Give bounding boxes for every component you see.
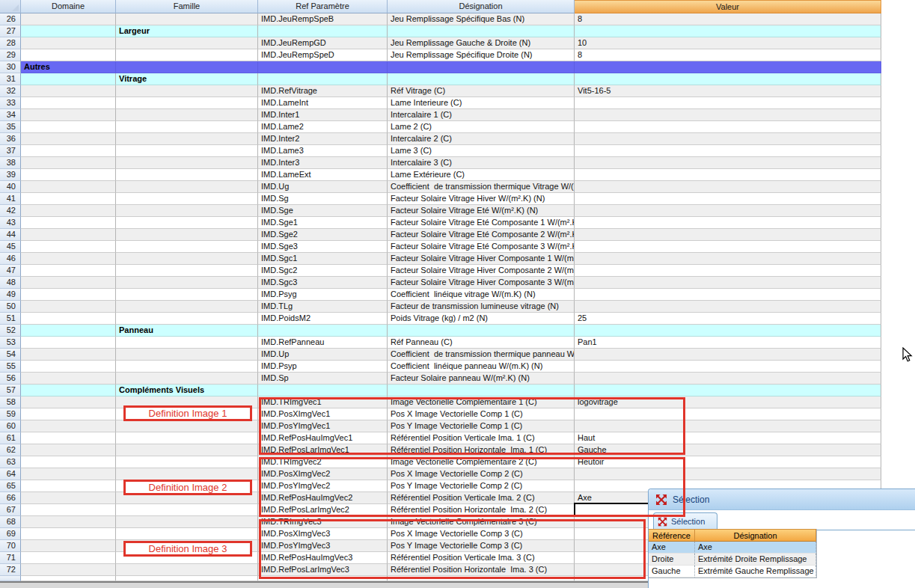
cell-des[interactable]: Jeu Remplissage Spécifique Bas (N) [388, 13, 575, 25]
cell-ref[interactable]: IMD.Sge3 [258, 241, 388, 253]
cell-des[interactable] [388, 325, 575, 337]
row-number[interactable]: 40 [0, 181, 21, 193]
cell-ref[interactable]: IMD.Ug [258, 181, 388, 193]
cell-famille[interactable] [116, 277, 258, 289]
cell-val[interactable] [575, 349, 881, 361]
cell-domaine[interactable] [21, 468, 116, 480]
row-number[interactable]: 54 [0, 349, 21, 361]
row-number[interactable]: 58 [0, 396, 21, 408]
cell-famille[interactable] [116, 444, 258, 456]
cell-domaine[interactable] [21, 97, 116, 109]
cell-val[interactable] [575, 373, 881, 385]
cell-domaine[interactable] [21, 552, 116, 564]
row-number[interactable]: 31 [0, 73, 21, 85]
row-number[interactable]: 69 [0, 528, 21, 540]
cell-ref[interactable] [258, 25, 388, 37]
row-number[interactable]: 29 [0, 49, 21, 61]
row-number[interactable]: 39 [0, 169, 21, 181]
cell-ref[interactable]: IMD.Sge1 [258, 217, 388, 229]
cell-famille[interactable] [116, 313, 258, 325]
cell-domaine[interactable] [21, 193, 116, 205]
row-number[interactable]: 33 [0, 97, 21, 109]
cell-val[interactable] [575, 229, 881, 241]
cell-famille[interactable] [116, 157, 258, 169]
cell-des[interactable]: Jeu Remplissage Spécifique Droite (N) [388, 49, 575, 61]
cell-des[interactable]: Facteur Solaire Vitrage Hiver Composante… [388, 253, 575, 265]
cell-domaine[interactable] [21, 109, 116, 121]
popup-title-bar[interactable]: Sélection [649, 489, 915, 510]
popup-row[interactable]: DroiteExtrémité Droite Remplissage [649, 554, 816, 566]
cell-ref[interactable]: IMD.Inter3 [258, 157, 388, 169]
column-header-ref[interactable]: Ref Paramètre [258, 0, 388, 13]
popup-cell-reference[interactable]: Gauche [649, 566, 695, 578]
cell-ref[interactable]: IMD.Sg [258, 193, 388, 205]
cell-ref[interactable]: IMD.Up [258, 349, 388, 361]
cell-des[interactable]: Coefficient de transmission thermique Vi… [388, 181, 575, 193]
cell-ref[interactable]: IMD.TLg [258, 301, 388, 313]
cell-domaine[interactable] [21, 265, 116, 277]
cell-famille[interactable] [116, 193, 258, 205]
row-number[interactable]: 61 [0, 432, 21, 444]
cell-famille[interactable] [116, 373, 258, 385]
popup-column-header-reference[interactable]: Référence [649, 529, 695, 542]
cell-val[interactable] [575, 205, 881, 217]
cell-famille[interactable] [116, 109, 258, 121]
cell-ref[interactable]: IMD.Sge [258, 205, 388, 217]
row-number[interactable]: 43 [0, 217, 21, 229]
cell-domaine[interactable] [21, 241, 116, 253]
row-number[interactable]: 45 [0, 241, 21, 253]
row-number[interactable]: 60 [0, 420, 21, 432]
cell-val[interactable] [575, 289, 881, 301]
row-number[interactable]: 28 [0, 37, 21, 49]
row-number[interactable]: 26 [0, 13, 21, 25]
cell-des[interactable]: Lame Extérieure (C) [388, 169, 575, 181]
cell-val[interactable] [575, 109, 881, 121]
cell-val[interactable]: Vit5-16-5 [575, 85, 881, 97]
cell-des[interactable]: Intercalaire 2 (C) [388, 133, 575, 145]
cell-famille[interactable] [116, 265, 258, 277]
cell-ref[interactable] [258, 385, 388, 396]
cell-famille[interactable] [116, 301, 258, 313]
row-number[interactable]: 27 [0, 25, 21, 37]
cell-domaine[interactable] [21, 205, 116, 217]
cell-des[interactable]: Intercalaire 1 (C) [388, 109, 575, 121]
row-number[interactable]: 59 [0, 408, 21, 420]
cell-des[interactable]: Coefficient linéique panneau W/(m.K) (N) [388, 361, 575, 373]
column-header-domaine[interactable]: Domaine [21, 0, 116, 13]
row-number[interactable]: 55 [0, 361, 21, 373]
cell-des[interactable]: Lame Interieure (C) [388, 97, 575, 109]
cell-famille[interactable] [116, 181, 258, 193]
cell-des[interactable]: Facteur de transmission lumineuse vitrag… [388, 301, 575, 313]
cell-ref[interactable]: IMD.JeuRempSpeD [258, 49, 388, 61]
cell-val[interactable]: Pan1 [575, 337, 881, 349]
cell-famille[interactable] [116, 516, 258, 528]
cell-famille[interactable] [116, 528, 258, 540]
cell-famille[interactable] [116, 13, 258, 25]
cell-ref[interactable]: IMD.Psyp [258, 361, 388, 373]
cell-val[interactable] [575, 25, 881, 37]
cell-domaine[interactable] [21, 289, 116, 301]
column-header-famille[interactable]: Famille [116, 0, 258, 13]
cell-ref[interactable]: IMD.Sgc1 [258, 253, 388, 265]
cell-ref[interactable]: IMD.LameExt [258, 169, 388, 181]
row-number[interactable]: 62 [0, 444, 21, 456]
cell-des[interactable]: Réf Panneau (C) [388, 337, 575, 349]
cell-val[interactable] [575, 169, 881, 181]
cell-famille[interactable] [116, 229, 258, 241]
cell-val[interactable] [575, 325, 881, 337]
cell-famille[interactable] [116, 169, 258, 181]
cell-famille[interactable] [116, 217, 258, 229]
cell-domaine[interactable] [21, 145, 116, 157]
cell-famille[interactable] [116, 61, 258, 73]
cell-val[interactable] [575, 157, 881, 169]
cell-domaine[interactable] [21, 169, 116, 181]
cell-domaine[interactable] [21, 516, 116, 528]
cell-domaine[interactable] [21, 217, 116, 229]
popup-cell-designation[interactable]: Extrémité Gauche Remplissage [695, 566, 816, 578]
cell-val[interactable]: 8 [575, 49, 881, 61]
cell-famille[interactable] [116, 205, 258, 217]
cell-val[interactable]: 8 [575, 13, 881, 25]
cell-val[interactable] [575, 73, 881, 85]
popup-cell-reference[interactable]: Droite [649, 554, 695, 566]
cell-famille[interactable] [116, 49, 258, 61]
